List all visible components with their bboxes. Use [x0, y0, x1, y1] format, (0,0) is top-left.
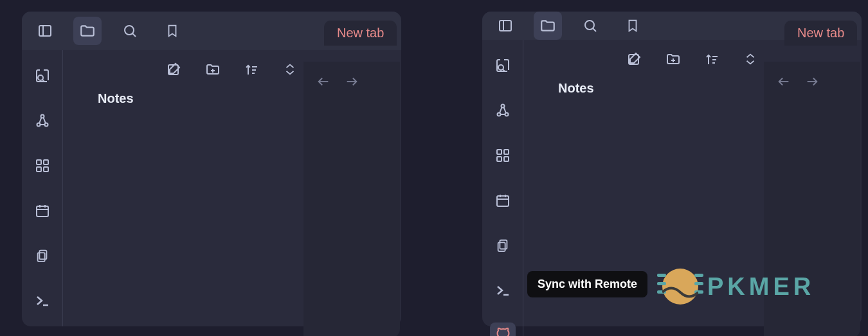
- top-toolbar: New tab: [482, 12, 862, 40]
- svg-rect-12: [44, 167, 48, 172]
- tab-new[interactable]: New tab: [784, 21, 857, 46]
- github-sync-icon[interactable]: [490, 323, 516, 336]
- svg-rect-10: [44, 160, 48, 164]
- svg-rect-45: [500, 240, 507, 249]
- svg-rect-0: [39, 26, 51, 36]
- tab-new[interactable]: New tab: [324, 21, 397, 46]
- command-icon[interactable]: [490, 278, 516, 303]
- canvas-icon[interactable]: [30, 153, 55, 179]
- svg-rect-39: [497, 157, 502, 161]
- command-icon[interactable]: [30, 288, 55, 314]
- tooltip-sync: Sync with Remote: [527, 271, 647, 297]
- svg-rect-46: [498, 242, 505, 251]
- graph-icon[interactable]: [490, 98, 516, 123]
- editor-pane: [303, 62, 400, 336]
- svg-rect-38: [504, 150, 509, 154]
- svg-rect-41: [497, 196, 509, 206]
- svg-rect-17: [39, 251, 46, 260]
- new-folder-icon[interactable]: [203, 59, 223, 80]
- svg-point-6: [41, 115, 44, 118]
- quick-switcher-icon[interactable]: [30, 63, 55, 89]
- watermark-text: PKMER: [707, 273, 815, 301]
- folder-icon[interactable]: [73, 17, 102, 45]
- new-folder-icon[interactable]: [663, 49, 683, 69]
- nav-back-icon[interactable]: [316, 75, 330, 89]
- svg-point-34: [501, 105, 504, 108]
- nav-forward-icon[interactable]: [805, 75, 819, 89]
- svg-point-32: [498, 65, 503, 70]
- calendar-icon[interactable]: [30, 198, 55, 224]
- watermark: PKMER: [662, 269, 815, 305]
- templates-icon[interactable]: [30, 243, 55, 269]
- sidebar-toggle-icon[interactable]: [31, 17, 59, 45]
- left-rail: [22, 50, 63, 326]
- bookmark-icon[interactable]: [158, 17, 186, 45]
- search-icon[interactable]: [116, 17, 144, 45]
- svg-rect-28: [500, 21, 511, 31]
- top-toolbar: New tab: [22, 12, 401, 50]
- canvas-icon[interactable]: [490, 143, 516, 168]
- nav-forward-icon[interactable]: [345, 75, 359, 89]
- svg-point-4: [38, 75, 43, 80]
- svg-rect-11: [37, 167, 41, 172]
- svg-line-3: [132, 33, 136, 37]
- svg-rect-37: [497, 150, 502, 154]
- svg-rect-9: [37, 160, 41, 164]
- collapse-icon[interactable]: [280, 59, 300, 80]
- graph-icon[interactable]: [30, 108, 55, 134]
- nav-back-icon[interactable]: [777, 75, 791, 89]
- templates-icon[interactable]: [490, 233, 516, 258]
- sidebar-toggle-icon[interactable]: [491, 12, 520, 40]
- folder-icon[interactable]: [534, 12, 562, 40]
- new-note-icon[interactable]: [624, 49, 645, 69]
- svg-rect-18: [37, 252, 44, 261]
- app-window-left: New tab: [22, 12, 401, 326]
- bookmark-icon[interactable]: [619, 12, 647, 40]
- collapse-icon[interactable]: [740, 49, 761, 69]
- calendar-icon[interactable]: [490, 188, 516, 213]
- new-note-icon[interactable]: [164, 59, 185, 80]
- svg-point-30: [585, 21, 594, 30]
- quick-switcher-icon[interactable]: [490, 53, 516, 78]
- svg-line-31: [593, 28, 596, 31]
- svg-point-2: [125, 26, 134, 35]
- sort-icon[interactable]: [701, 49, 722, 69]
- left-rail: [482, 40, 523, 336]
- search-icon[interactable]: [576, 12, 604, 40]
- svg-rect-40: [504, 157, 509, 161]
- svg-rect-13: [37, 206, 48, 217]
- watermark-logo-icon: [662, 269, 698, 305]
- sort-icon[interactable]: [241, 59, 262, 80]
